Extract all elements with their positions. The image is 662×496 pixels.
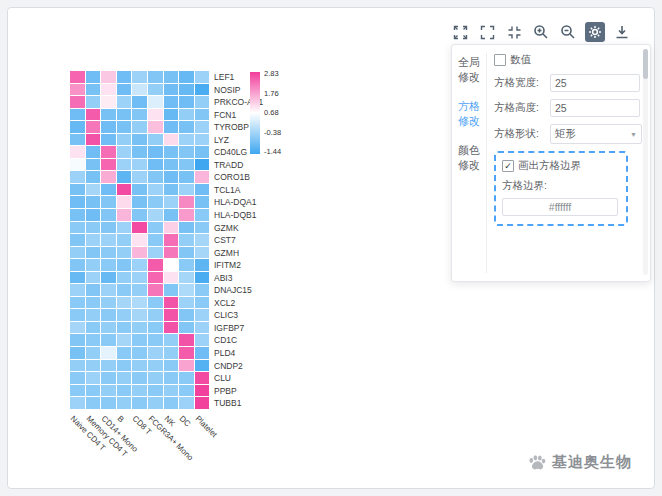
heatmap-cell[interactable]	[179, 347, 194, 359]
border-color-input[interactable]	[502, 198, 618, 216]
heatmap-cell[interactable]	[86, 372, 101, 384]
heatmap-cell[interactable]	[101, 322, 116, 334]
heatmap-cell[interactable]	[195, 146, 210, 158]
heatmap-cell[interactable]	[195, 397, 210, 409]
heatmap-cell[interactable]	[101, 360, 116, 372]
heatmap-cell[interactable]	[164, 209, 179, 221]
gear-icon[interactable]	[585, 22, 605, 42]
heatmap-cell[interactable]	[195, 184, 210, 196]
heatmap-cell[interactable]	[195, 134, 210, 146]
heatmap-cell[interactable]	[179, 196, 194, 208]
heatmap-cell[interactable]	[164, 397, 179, 409]
nav-global-modify[interactable]: 全局 修改	[452, 55, 486, 85]
heatmap-cell[interactable]	[148, 222, 163, 234]
heatmap-cell[interactable]	[86, 96, 101, 108]
panel-scrollbar-thumb[interactable]	[643, 49, 648, 79]
heatmap-cell[interactable]	[164, 196, 179, 208]
heatmap-cell[interactable]	[117, 159, 132, 171]
heatmap-cell[interactable]	[164, 171, 179, 183]
heatmap-cell[interactable]	[117, 334, 132, 346]
heatmap-cell[interactable]	[132, 247, 147, 259]
heatmap-cell[interactable]	[101, 284, 116, 296]
heatmap-cell[interactable]	[179, 360, 194, 372]
heatmap-cell[interactable]	[164, 385, 179, 397]
heatmap-cell[interactable]	[179, 234, 194, 246]
heatmap-cell[interactable]	[86, 71, 101, 83]
cell-shape-select[interactable]: 矩形 ▼	[550, 124, 642, 144]
heatmap-cell[interactable]	[195, 121, 210, 133]
heatmap-cell[interactable]	[164, 334, 179, 346]
heatmap-cell[interactable]	[70, 222, 85, 234]
heatmap-cell[interactable]	[86, 397, 101, 409]
heatmap-cell[interactable]	[86, 134, 101, 146]
heatmap-cell[interactable]	[179, 222, 194, 234]
heatmap-cell[interactable]	[132, 121, 147, 133]
heatmap-cell[interactable]	[164, 309, 179, 321]
heatmap-cell[interactable]	[179, 297, 194, 309]
heatmap-cell[interactable]	[179, 84, 194, 96]
heatmap-cell[interactable]	[132, 209, 147, 221]
heatmap-cell[interactable]	[195, 209, 210, 221]
heatmap-cell[interactable]	[70, 372, 85, 384]
heatmap-cell[interactable]	[132, 184, 147, 196]
heatmap-cell[interactable]	[148, 360, 163, 372]
heatmap-cell[interactable]	[195, 234, 210, 246]
heatmap-cell[interactable]	[148, 322, 163, 334]
heatmap-cell[interactable]	[179, 71, 194, 83]
heatmap-cell[interactable]	[132, 109, 147, 121]
heatmap-cell[interactable]	[70, 171, 85, 183]
heatmap-cell[interactable]	[70, 347, 85, 359]
heatmap-cell[interactable]	[70, 84, 85, 96]
heatmap-cell[interactable]	[101, 71, 116, 83]
heatmap-cell[interactable]	[101, 272, 116, 284]
heatmap-cell[interactable]	[86, 84, 101, 96]
heatmap-cell[interactable]	[179, 385, 194, 397]
heatmap-cell[interactable]	[195, 309, 210, 321]
heatmap-cell[interactable]	[86, 297, 101, 309]
heatmap-cell[interactable]	[117, 234, 132, 246]
heatmap-cell[interactable]	[86, 259, 101, 271]
heatmap-cell[interactable]	[132, 134, 147, 146]
heatmap-cell[interactable]	[86, 247, 101, 259]
heatmap-cell[interactable]	[148, 397, 163, 409]
heatmap-cell[interactable]	[179, 134, 194, 146]
heatmap-cell[interactable]	[132, 171, 147, 183]
heatmap-cell[interactable]	[164, 360, 179, 372]
heatmap-cell[interactable]	[164, 84, 179, 96]
heatmap-cell[interactable]	[148, 334, 163, 346]
heatmap-cell[interactable]	[117, 222, 132, 234]
heatmap-cell[interactable]	[148, 347, 163, 359]
heatmap-cell[interactable]	[164, 259, 179, 271]
heatmap-cell[interactable]	[101, 372, 116, 384]
heatmap-cell[interactable]	[164, 222, 179, 234]
download-icon[interactable]	[612, 22, 632, 42]
heatmap-cell[interactable]	[164, 272, 179, 284]
heatmap-cell[interactable]	[148, 109, 163, 121]
heatmap-cell[interactable]	[164, 372, 179, 384]
heatmap-cell[interactable]	[86, 385, 101, 397]
zoom-in-icon[interactable]	[531, 22, 551, 42]
heatmap-cell[interactable]	[86, 322, 101, 334]
value-checkbox[interactable]	[494, 54, 506, 66]
heatmap-cell[interactable]	[101, 109, 116, 121]
heatmap-cell[interactable]	[86, 171, 101, 183]
cell-width-input[interactable]	[550, 74, 640, 92]
heatmap-cell[interactable]	[179, 96, 194, 108]
heatmap-cell[interactable]	[70, 334, 85, 346]
heatmap-cell[interactable]	[164, 347, 179, 359]
heatmap-cell[interactable]	[195, 222, 210, 234]
heatmap-cell[interactable]	[101, 196, 116, 208]
heatmap-cell[interactable]	[117, 209, 132, 221]
heatmap-cell[interactable]	[195, 272, 210, 284]
heatmap-cell[interactable]	[148, 234, 163, 246]
heatmap-cell[interactable]	[164, 134, 179, 146]
heatmap-cell[interactable]	[148, 159, 163, 171]
heatmap-cell[interactable]	[70, 121, 85, 133]
heatmap-cell[interactable]	[117, 385, 132, 397]
heatmap-cell[interactable]	[117, 309, 132, 321]
heatmap-cell[interactable]	[179, 372, 194, 384]
heatmap-cell[interactable]	[117, 71, 132, 83]
heatmap-cell[interactable]	[195, 171, 210, 183]
heatmap-cell[interactable]	[132, 272, 147, 284]
heatmap-cell[interactable]	[86, 234, 101, 246]
